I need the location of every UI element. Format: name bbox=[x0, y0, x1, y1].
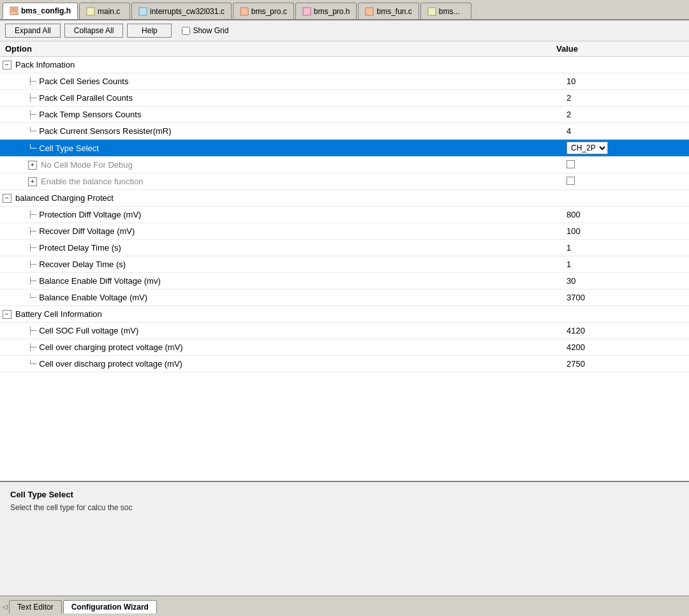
row-pack-current-sensors-label: └─ Pack Current Sensors Resister(mR) bbox=[0, 124, 561, 138]
row-balanced-charging[interactable]: − balanced Charging Protect bbox=[0, 190, 689, 207]
collapse-all-button[interactable]: Collapse All bbox=[64, 24, 124, 38]
tab-bms-fun-c[interactable]: bms_fun.c bbox=[358, 3, 419, 19]
tree-line-8: ├─ bbox=[28, 244, 36, 252]
tab-label: bms_config.h bbox=[21, 6, 71, 15]
tree-line-6: ├─ bbox=[28, 210, 36, 219]
row-pack-temp-sensors[interactable]: ├─ Pack Temp Sensors Counts 2 bbox=[0, 106, 689, 123]
tab-label-4: bms_pro.c bbox=[251, 7, 287, 16]
toggle-no-cell-mode[interactable]: + bbox=[28, 161, 37, 170]
row-cell-soc-full-value: 4120 bbox=[561, 324, 689, 337]
row-pack-current-sensors-value: 4 bbox=[561, 124, 689, 138]
toggle-enable-balance[interactable]: + bbox=[28, 177, 37, 186]
row-protect-delay-label: ├─ Protect Delay Time (s) bbox=[0, 241, 561, 254]
bottom-panel-description: Select the cell type for calcu the soc bbox=[10, 503, 679, 512]
table-header: Option Value bbox=[0, 41, 689, 57]
row-battery-cell-info[interactable]: − Battery Cell Information bbox=[0, 306, 689, 323]
tab-bms-other[interactable]: bms... bbox=[420, 3, 471, 19]
cell-type-dropdown[interactable]: CH_2P CH_1P LFP bbox=[567, 142, 608, 154]
row-pack-temp-sensors-value: 2 bbox=[561, 108, 689, 121]
tab-label-3: interrupts_cw32l031.c bbox=[150, 7, 225, 16]
tab-interrupts[interactable]: interrupts_cw32l031.c bbox=[131, 3, 232, 19]
row-pack-cell-series[interactable]: ├─ Pack Cell Series Counts 10 bbox=[0, 73, 689, 90]
row-pack-cell-parallel[interactable]: ├─ Pack Cell Parallel Counts 2 bbox=[0, 90, 689, 106]
row-balance-enable-diff[interactable]: ├─ Balance Enable Diff Voltage (mv) 30 bbox=[0, 273, 689, 290]
tab-bar: bms_config.h main.c interrupts_cw32l031.… bbox=[0, 0, 689, 20]
tree-line-1: ├─ bbox=[28, 77, 36, 85]
bottom-panel-title: Cell Type Select bbox=[10, 490, 679, 499]
file-icon-4 bbox=[240, 7, 249, 16]
tab-label-6: bms_fun.c bbox=[376, 7, 411, 16]
toolbar: Expand All Collapse All Help Show Grid bbox=[0, 20, 689, 41]
row-pack-cell-parallel-value: 2 bbox=[561, 91, 689, 105]
tab-config-wizard-label: Configuration Wizard bbox=[71, 603, 149, 612]
expand-all-button[interactable]: Expand All bbox=[5, 24, 61, 38]
row-pack-info[interactable]: − Pack Infomation bbox=[0, 57, 689, 73]
tree-line-10: ├─ bbox=[28, 277, 36, 285]
row-enable-balance-value bbox=[561, 175, 689, 189]
row-pack-temp-sensors-label: ├─ Pack Temp Sensors Counts bbox=[0, 108, 561, 121]
row-protect-delay-value: 1 bbox=[561, 241, 689, 254]
row-cell-soc-full-label: ├─ Cell SOC Full voltage (mV) bbox=[0, 324, 561, 337]
enable-balance-checkbox[interactable] bbox=[567, 177, 575, 185]
row-cell-over-discharg[interactable]: └─ Cell over discharg protect voltage (m… bbox=[0, 356, 689, 372]
bottom-tabs: ◁ Text Editor Configuration Wizard bbox=[0, 596, 689, 616]
row-no-cell-mode[interactable]: + No Cell Mode For Debug bbox=[0, 157, 689, 173]
row-protect-delay[interactable]: ├─ Protect Delay Time (s) 1 bbox=[0, 240, 689, 256]
tab-config-wizard[interactable]: Configuration Wizard bbox=[63, 600, 157, 613]
svg-rect-8 bbox=[428, 8, 436, 15]
tree-line-2: ├─ bbox=[28, 94, 36, 102]
row-protection-diff[interactable]: ├─ Protection Diff Voltage (mV) 800 bbox=[0, 207, 689, 223]
row-pack-current-sensors[interactable]: └─ Pack Current Sensors Resister(mR) 4 bbox=[0, 123, 689, 140]
row-recover-delay-label: ├─ Recover Delay Time (s) bbox=[0, 258, 561, 271]
row-pack-cell-series-label: ├─ Pack Cell Series Counts bbox=[0, 75, 561, 88]
row-balanced-charging-value bbox=[561, 196, 689, 200]
file-icon bbox=[10, 6, 19, 15]
row-cell-over-discharg-value: 2750 bbox=[561, 357, 689, 370]
row-balance-enable-voltage[interactable]: └─ Balance Enable Voltage (mV) 3700 bbox=[0, 290, 689, 306]
row-cell-soc-full[interactable]: ├─ Cell SOC Full voltage (mV) 4120 bbox=[0, 323, 689, 339]
row-cell-type-select[interactable]: └─ Cell Type Select CH_2P CH_1P LFP bbox=[0, 140, 689, 157]
tab-arrow-left: ◁ bbox=[3, 603, 8, 610]
row-recover-diff[interactable]: ├─ Recover Diff Voltage (mV) 100 bbox=[0, 223, 689, 240]
row-battery-cell-info-label: − Battery Cell Information bbox=[0, 307, 561, 321]
row-enable-balance[interactable]: + Enable the balance function bbox=[0, 173, 689, 190]
row-cell-over-discharg-label: └─ Cell over discharg protect voltage (m… bbox=[0, 357, 561, 370]
help-button[interactable]: Help bbox=[127, 24, 172, 38]
row-cell-over-charging[interactable]: ├─ Cell over charging protect voltage (m… bbox=[0, 339, 689, 356]
row-pack-info-value bbox=[561, 63, 689, 67]
row-balance-enable-voltage-value: 3700 bbox=[561, 291, 689, 304]
show-grid-label[interactable]: Show Grid bbox=[182, 26, 228, 35]
svg-rect-3 bbox=[87, 8, 94, 15]
tree-line-11: └─ bbox=[28, 293, 36, 302]
row-no-cell-mode-value bbox=[561, 158, 689, 172]
tree-line-4: └─ bbox=[28, 127, 36, 135]
config-table[interactable]: − Pack Infomation ├─ Pack Cell Series Co… bbox=[0, 57, 689, 481]
row-pack-cell-series-value: 10 bbox=[561, 75, 689, 88]
row-pack-info-label: − Pack Infomation bbox=[0, 58, 561, 71]
tab-bms-pro-h[interactable]: bms_pro.h bbox=[295, 3, 357, 19]
tab-text-editor-label: Text Editor bbox=[17, 603, 54, 612]
tab-label-2: main.c bbox=[98, 7, 120, 16]
row-pack-cell-parallel-label: ├─ Pack Cell Parallel Counts bbox=[0, 91, 561, 105]
tab-main-c[interactable]: main.c bbox=[79, 3, 130, 19]
tab-bms-config[interactable]: bms_config.h bbox=[3, 3, 78, 19]
row-recover-diff-label: ├─ Recover Diff Voltage (mV) bbox=[0, 224, 561, 238]
show-grid-checkbox[interactable] bbox=[182, 27, 190, 35]
row-balance-enable-diff-label: ├─ Balance Enable Diff Voltage (mv) bbox=[0, 274, 561, 288]
tab-bms-pro-c[interactable]: bms_pro.c bbox=[233, 3, 294, 19]
row-cell-type-value: CH_2P CH_1P LFP bbox=[561, 140, 689, 156]
tab-text-editor[interactable]: Text Editor bbox=[9, 600, 62, 613]
main-area: Option Value − Pack Infomation ├─ Pack C… bbox=[0, 41, 689, 481]
toggle-pack-info[interactable]: − bbox=[3, 61, 11, 70]
row-battery-cell-info-value bbox=[561, 312, 689, 316]
row-cell-over-charging-label: ├─ Cell over charging protect voltage (m… bbox=[0, 341, 561, 354]
tree-line-3: ├─ bbox=[28, 110, 36, 119]
toggle-balanced-charging[interactable]: − bbox=[3, 194, 11, 203]
tree-line-9: ├─ bbox=[28, 260, 36, 268]
row-recover-delay[interactable]: ├─ Recover Delay Time (s) 1 bbox=[0, 256, 689, 273]
row-recover-delay-value: 1 bbox=[561, 258, 689, 271]
toggle-battery-cell-info[interactable]: − bbox=[3, 310, 11, 319]
file-icon-6 bbox=[365, 7, 374, 16]
tab-label-5: bms_pro.h bbox=[314, 7, 350, 16]
no-cell-mode-checkbox[interactable] bbox=[567, 160, 575, 168]
